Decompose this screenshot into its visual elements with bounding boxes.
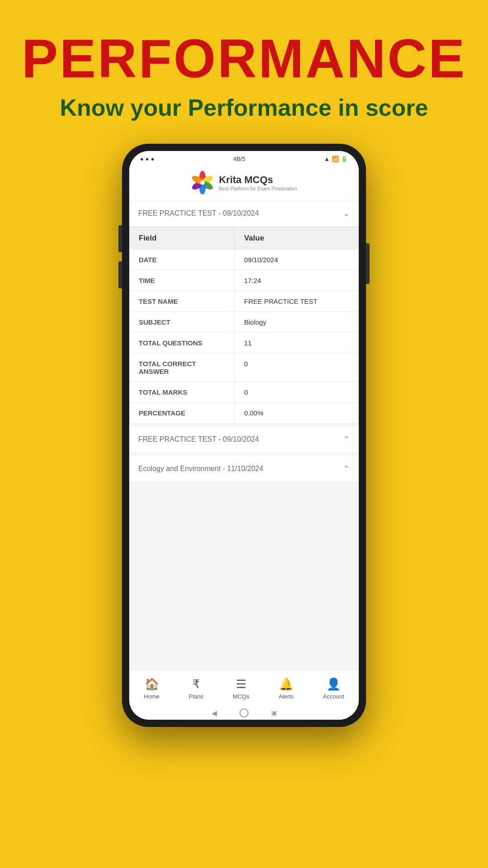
chevron-up-icon-2: ⌃: [343, 434, 350, 444]
nav-item-plans[interactable]: ₹ Plans: [189, 677, 204, 700]
back-gesture: ◀: [211, 709, 217, 717]
status-left: ●●●: [140, 156, 155, 162]
col-field-header: Field: [130, 227, 235, 250]
table-cell-value: 17:24: [235, 270, 359, 291]
nav-label-account: Account: [323, 693, 344, 700]
svg-point-6: [200, 180, 205, 185]
table-cell-field: TIME: [130, 270, 235, 291]
power-button: [366, 243, 370, 284]
table-cell-value: 0: [235, 354, 359, 382]
accordion-title-1: FREE PRACTICE TEST - 09/10/2024: [138, 209, 259, 217]
table-header-row: Field Value: [130, 227, 359, 250]
accordion-section-3: Ecology and Environment - 11/10/2024 ⌃: [129, 456, 359, 482]
home-gesture: [239, 708, 249, 717]
table-cell-field: PERCENTAGE: [130, 403, 235, 424]
accordion-header-3[interactable]: Ecology and Environment - 11/10/2024 ⌃: [129, 456, 359, 482]
table-cell-value: 0: [235, 382, 359, 403]
nav-label-home: Home: [144, 693, 160, 700]
performance-table: Field Value DATE09/10/2024TIME17:24TEST …: [129, 227, 359, 424]
android-nav-bar: ◀ ▣: [129, 706, 359, 720]
table-cell-field: TOTAL CORRECT ANSWER: [130, 354, 235, 382]
mcqs-icon: ☰: [236, 677, 246, 691]
status-time: 4B/5: [233, 156, 245, 162]
table-row: TOTAL MARKS0: [130, 382, 359, 403]
status-right: ▲📶🔋: [324, 156, 348, 162]
table-cell-value: Biology: [235, 312, 359, 333]
table-cell-field: DATE: [130, 250, 235, 270]
account-icon: 👤: [326, 677, 341, 691]
nav-item-home[interactable]: 🏠 Home: [144, 677, 160, 700]
logo-tagline: Best Platform for Exam Preparation: [219, 186, 297, 191]
chevron-up-icon-3: ⌃: [343, 464, 350, 474]
table-cell-value: 09/10/2024: [235, 250, 359, 270]
table-cell-value: FREE PRACTICE TEST: [235, 291, 359, 312]
table-cell-field: SUBJECT: [130, 312, 235, 333]
nav-label-alerts: Alerts: [279, 693, 294, 700]
table-row: TEST NAMEFREE PRACTICE TEST: [130, 291, 359, 312]
nav-label-mcqs: MCQs: [233, 693, 249, 700]
logo-text: Krita MCQs Best Platform for Exam Prepar…: [219, 174, 297, 191]
table-cell-value: 0.00%: [235, 403, 359, 424]
screen-content: FREE PRACTICE TEST - 09/10/2024 ⌄ Field …: [129, 200, 359, 669]
col-value-header: Value: [235, 227, 359, 250]
app-header: Krita MCQs Best Platform for Exam Prepar…: [129, 166, 359, 200]
page-header: PERFORMANCE Know your Performance in sco…: [0, 0, 488, 121]
page-subtitle: Know your Performance in score: [0, 94, 488, 121]
accordion-section-1: FREE PRACTICE TEST - 09/10/2024 ⌄ Field …: [129, 200, 359, 424]
accordion-section-2: FREE PRACTICE TEST - 09/10/2024 ⌃: [129, 426, 359, 453]
page-title: PERFORMANCE: [0, 27, 488, 90]
nav-item-account[interactable]: 👤 Account: [323, 677, 344, 700]
accordion-header-1[interactable]: FREE PRACTICE TEST - 09/10/2024 ⌄: [129, 200, 359, 227]
alerts-icon: 🔔: [279, 677, 293, 691]
table-cell-field: TOTAL MARKS: [130, 382, 235, 403]
table-cell-field: TOTAL QUESTIONS: [130, 333, 235, 354]
nav-item-alerts[interactable]: 🔔 Alerts: [279, 677, 294, 700]
chevron-down-icon-1: ⌄: [343, 208, 350, 218]
accordion-header-2[interactable]: FREE PRACTICE TEST - 09/10/2024 ⌃: [129, 426, 359, 453]
phone-screen: ●●● 4B/5 ▲📶🔋: [129, 151, 359, 720]
accordion-title-3: Ecology and Environment - 11/10/2024: [138, 465, 263, 473]
table-row: TOTAL QUESTIONS11: [130, 333, 359, 354]
home-icon: 🏠: [145, 677, 159, 691]
logo-icon: [191, 171, 214, 194]
nav-label-plans: Plans: [189, 693, 204, 700]
phone-frame: ●●● 4B/5 ▲📶🔋: [122, 144, 366, 727]
nav-item-mcqs[interactable]: ☰ MCQs: [233, 677, 249, 700]
table-row: TIME17:24: [130, 270, 359, 291]
table-cell-field: TEST NAME: [130, 291, 235, 312]
volume-down-button: [118, 261, 122, 288]
plans-icon: ₹: [192, 677, 200, 691]
page-background: PERFORMANCE Know your Performance in sco…: [0, 0, 488, 868]
recents-gesture: ▣: [271, 709, 277, 717]
bottom-nav: 🏠 Home ₹ Plans ☰ MCQs 🔔 Alerts 👤: [129, 669, 359, 706]
accordion-title-2: FREE PRACTICE TEST - 09/10/2024: [138, 435, 259, 443]
table-row: TOTAL CORRECT ANSWER0: [130, 354, 359, 382]
table-cell-value: 11: [235, 333, 359, 354]
volume-up-button: [118, 225, 122, 252]
status-bar: ●●● 4B/5 ▲📶🔋: [129, 151, 359, 166]
logo-name: Krita MCQs: [219, 174, 297, 186]
table-row: SUBJECTBiology: [130, 312, 359, 333]
table-row: PERCENTAGE0.00%: [130, 403, 359, 424]
table-row: DATE09/10/2024: [130, 250, 359, 270]
